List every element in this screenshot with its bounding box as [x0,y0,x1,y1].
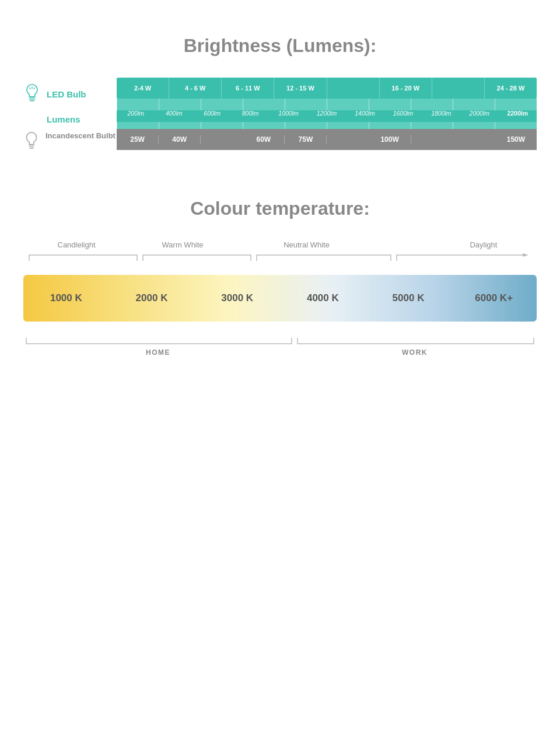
brightness-title: Brightness (Lumens): [23,35,537,57]
lumen-1200: 1200lm [307,110,345,117]
svg-line-1 [30,88,31,89]
lumens-text: Lumens [47,114,80,124]
led-bulb-label: LED Bulb [23,83,117,104]
watt-seg-5 [327,78,380,99]
svg-line-2 [34,88,35,89]
category-empty [377,240,430,249]
watt-seg-1: 2-4 W [117,78,169,99]
watt-seg-4: 12 - 15 W [274,78,327,99]
temp-category-labels: Candlelight Warm White Neutral White Day… [23,240,537,249]
usage-home: HOME [23,348,293,357]
led-wattage-area: 2-4 W 4 - 6 W 6 - 11 W 12 - 15 W 16 - 20… [117,78,537,110]
category-brackets-svg [23,252,537,263]
lumen-200: 200lm [117,110,155,117]
usage-labels: HOME WORK [23,348,537,357]
led-bulb-icon [23,83,41,104]
wattage-segments: 2-4 W 4 - 6 W 6 - 11 W 12 - 15 W 16 - 20… [117,78,537,99]
category-daylight: Daylight [430,240,537,249]
lumen-1800: 1800lm [422,110,460,117]
led-wattage-bar: 2-4 W 4 - 6 W 6 - 11 W 12 - 15 W 16 - 20… [117,78,537,99]
lumens-row: Lumens 200lm 400lm 600lm 800lm 1000lm 12… [23,110,537,128]
category-neutral-white: Neutral White [236,240,377,249]
incandescent-text: Incandescent Bulbt [46,131,116,141]
temp-4000k: 4000 K [280,292,366,304]
brightness-chart: LED Bulb 2-4 W 4 - 6 W 6 - 11 W 12 - 15 … [23,78,537,151]
lumen-1000: 1000lm [270,110,307,117]
temp-5000k: 5000 K [366,292,452,304]
inc-25w: 25W [117,135,159,144]
incandescent-wattage-bar: 25W 40W 60W 75W 100W 150W [117,129,537,150]
category-warm-white: Warm White [130,240,236,249]
usage-brackets [23,336,537,345]
watt-seg-7 [432,78,485,99]
incandescent-bulb-icon [23,131,40,151]
usage-work: WORK [293,348,537,357]
inc-40w: 40W [159,135,201,144]
inc-60w: 60W [243,135,285,144]
temp-2000k: 2000 K [109,292,195,304]
colour-temperature-section: Colour temperature: Candlelight Warm Whi… [23,198,537,357]
usage-section: HOME WORK [23,336,537,357]
watt-seg-3: 6 - 11 W [222,78,274,99]
lumen-800: 800lm [231,110,269,117]
inc-75w: 75W [285,135,327,144]
inc-100w: 100W [369,135,411,144]
led-bulb-text: LED Bulb [47,89,86,99]
lumens-label: Lumens [23,114,117,124]
svg-marker-3 [523,253,528,257]
temp-3000k: 3000 K [194,292,280,304]
brightness-section: Brightness (Lumens): LED Bulb 2- [23,35,537,151]
colour-title: Colour temperature: [23,198,537,219]
lumen-1400: 1400lm [346,110,384,117]
tick-row-top [117,99,537,110]
lumen-2200: 2200lm [499,110,537,117]
watt-seg-2: 4 - 6 W [169,78,222,99]
lumen-600: 600lm [193,110,231,117]
incandescent-row: Incandescent Bulbt 25W 40W 60W 75W 100W … [23,128,537,151]
watt-seg-6: 16 - 20 W [380,78,432,99]
lumen-2000: 2000lm [460,110,498,117]
led-bulb-row: LED Bulb 2-4 W 4 - 6 W 6 - 11 W 12 - 15 … [23,78,537,110]
temp-6000k: 6000 K+ [451,292,537,304]
lumen-400: 400lm [155,110,192,117]
bracket-row [23,252,537,263]
category-candlelight: Candlelight [23,240,130,249]
temp-1000k: 1000 K [23,292,109,304]
inc-150w: 150W [495,135,537,144]
incandescent-bar-area: 25W 40W 60W 75W 100W 150W [117,129,537,150]
lumen-1600: 1600lm [384,110,422,117]
incandescent-label: Incandescent Bulbt [23,128,117,151]
inc-segments: 25W 40W 60W 75W 100W 150W [117,129,537,150]
temperature-gradient-bar: 1000 K 2000 K 3000 K 4000 K 5000 K 6000 … [23,275,537,322]
watt-seg-8: 24 - 28 W [485,78,537,99]
usage-brackets-svg [23,336,537,345]
